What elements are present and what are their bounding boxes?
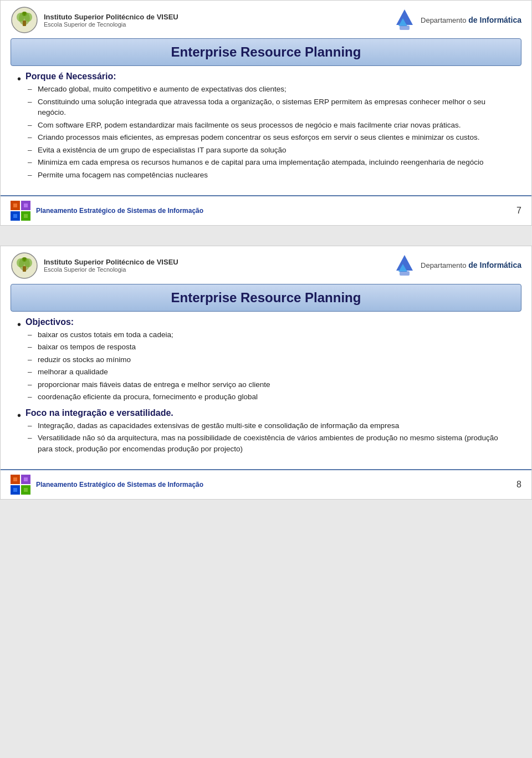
institute-name-2: Instituto Superior Politécnico de VISEU [44, 258, 178, 266]
institute-sub-2: Escola Superior de Tecnologia [44, 266, 178, 273]
list-item: Mercado global, muito competitivo e aume… [25, 84, 515, 95]
list-item: Versatilidade não só da arquitectura, ma… [25, 433, 515, 454]
slide-1: Instituto Superior Politécnico de VISEU … [0, 0, 532, 226]
dept-logo-area-2: Departamento de Informática [393, 254, 521, 277]
list-item: Criando processos mais eficientes, as em… [25, 132, 515, 143]
svg-rect-31 [24, 477, 28, 481]
list-item: Com software ERP, podem estandardizar ma… [25, 120, 515, 131]
svg-rect-33 [24, 488, 28, 492]
svg-rect-13 [13, 204, 17, 207]
main-bullet-dot: • [17, 72, 21, 85]
institute-text-2: Instituto Superior Politécnico de VISEU … [44, 258, 178, 273]
footer-left-2: Planeamento Estratégico de Sistemas de I… [11, 475, 203, 495]
section1-title: Porque é Necessário: [25, 72, 116, 81]
slide-gap [0, 236, 532, 246]
footer-mosaic-icon [11, 201, 30, 221]
dept-line1-2: Departamento [421, 261, 466, 269]
dept-logo-area: Departamento de Informática [393, 8, 521, 32]
list-item: Evita a existência de um grupo de especi… [25, 145, 515, 156]
institute-name: Instituto Superior Politécnico de VISEU [44, 13, 178, 21]
dept-line1: Departamento [421, 16, 466, 24]
institute-logo-icon [11, 6, 38, 34]
svg-rect-14 [24, 204, 28, 207]
slide-2: Instituto Superior Politécnico de VISEU … [0, 246, 532, 500]
svg-rect-3 [23, 21, 26, 26]
bullets-list: Mercado global, muito competitivo e aume… [25, 84, 515, 181]
main-bullet-necessario: • Porque é Necessário: Mercado global, m… [17, 72, 515, 183]
slide-1-header: Instituto Superior Politécnico de VISEU … [1, 1, 531, 38]
institute-sub: Escola Superior de Tecnologia [44, 21, 178, 28]
page-number: 7 [516, 206, 521, 216]
section-foco-title: Foco na integração e versatilidade. [25, 408, 173, 418]
main-bullet-dot-2: • [17, 318, 21, 331]
objectivos-content: Objectivos: baixar os custos totais em t… [25, 317, 515, 405]
foco-content: Foco na integração e versatilidade. Inte… [25, 408, 515, 457]
institute-text: Instituto Superior Politécnico de VISEU … [44, 13, 178, 28]
svg-rect-30 [13, 477, 17, 481]
list-item: Constituindo uma solução integrada que a… [25, 96, 515, 118]
list-item: coordenação eficiente da procura, fornec… [25, 391, 515, 403]
list-item: Integração, dadas as capacidades extensi… [25, 420, 515, 431]
dept-logo-icon-2 [393, 254, 416, 277]
page-number-2: 8 [516, 480, 521, 490]
svg-point-22 [24, 258, 32, 267]
footer-mosaic-icon-2 [11, 475, 30, 495]
svg-rect-16 [24, 214, 28, 218]
svg-point-21 [17, 258, 24, 267]
svg-point-5 [24, 13, 32, 22]
svg-rect-25 [400, 271, 410, 276]
svg-rect-32 [13, 488, 17, 492]
list-item: reduzir os stocks ao mínimo [25, 354, 515, 365]
main-bullet-dot-3: • [17, 409, 21, 422]
slide-1-title: Enterprise Resource Planning [171, 44, 361, 59]
slide-2-title: Enterprise Resource Planning [171, 290, 361, 305]
foco-list: Integração, dadas as capacidades extensi… [25, 420, 515, 455]
slide-1-content: • Porque é Necessário: Mercado global, m… [1, 72, 531, 192]
footer-text: Planeamento Estratégico de Sistemas de I… [36, 207, 203, 215]
main-bullet-content: Porque é Necessário: Mercado global, mui… [25, 72, 515, 183]
slide-1-footer: Planeamento Estratégico de Sistemas de I… [1, 195, 531, 225]
dept-line2: de Informática [468, 16, 521, 24]
list-item: melhorar a qualidade [25, 367, 515, 378]
slide-2-content: • Objectivos: baixar os custos totais em… [1, 317, 531, 466]
main-bullet-objectivos: • Objectivos: baixar os custos totais em… [17, 317, 515, 405]
list-item: baixar os tempos de resposta [25, 342, 515, 353]
list-item: Minimiza em cada empresa os recursos hum… [25, 157, 515, 168]
main-bullet-foco: • Foco na integração e versatilidade. In… [17, 408, 515, 457]
dept-line2-2: de Informática [468, 261, 521, 269]
list-item: Permite uma focagem nas competências nuc… [25, 170, 515, 181]
svg-rect-15 [13, 214, 17, 218]
section-objectivos-title: Objectivos: [25, 317, 74, 327]
svg-point-4 [17, 13, 24, 22]
institute-logo-area: Instituto Superior Politécnico de VISEU … [11, 6, 178, 34]
slide-1-title-box: Enterprise Resource Planning [11, 38, 521, 66]
dept-text-2: Departamento de Informática [421, 260, 521, 271]
objectivos-list: baixar os custos totais em toda a cadeia… [25, 329, 515, 403]
institute-logo-area-2: Instituto Superior Politécnico de VISEU … [11, 252, 178, 279]
footer-text-2: Planeamento Estratégico de Sistemas de I… [36, 481, 203, 489]
dept-logo-icon [393, 8, 416, 32]
footer-left: Planeamento Estratégico de Sistemas de I… [11, 201, 203, 221]
svg-rect-8 [400, 26, 410, 30]
list-item: baixar os custos totais em toda a cadeia… [25, 329, 515, 340]
dept-text: Departamento de Informática [421, 15, 521, 26]
svg-rect-20 [23, 266, 26, 272]
slide-2-header: Instituto Superior Politécnico de VISEU … [1, 246, 531, 284]
list-item: proporcionar mais fiáveis datas de entre… [25, 379, 515, 390]
slide-2-footer: Planeamento Estratégico de Sistemas de I… [1, 469, 531, 499]
institute-logo-icon-2 [11, 252, 38, 279]
slide-2-title-box: Enterprise Resource Planning [11, 284, 521, 312]
